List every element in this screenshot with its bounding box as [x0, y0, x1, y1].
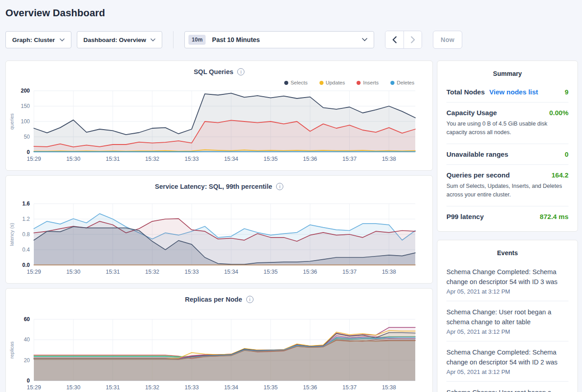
events-title: Events — [446, 247, 568, 261]
svg-text:replicas: replicas — [9, 341, 14, 359]
summary-row-total-nodes: Total Nodes View nodes list 9 — [446, 82, 568, 102]
event-message[interactable]: Schema Change: User root began a schema … — [446, 307, 568, 327]
svg-text:15:30: 15:30 — [66, 269, 80, 275]
side-column: Summary Total Nodes View nodes list 9 Ca… — [437, 61, 579, 392]
events-panel: Events Schema Change Completed: Schema c… — [437, 240, 578, 392]
svg-text:15:35: 15:35 — [263, 156, 277, 162]
dashboard-body: SQL Queries SelectsUpdatesInsertsDeletes… — [5, 61, 579, 392]
chevron-left-icon — [392, 36, 397, 43]
svg-text:latency (s): latency (s) — [9, 223, 14, 246]
unavailable-ranges-value: 0 — [565, 150, 568, 158]
chevron-down-icon — [150, 38, 155, 42]
info-icon[interactable] — [237, 68, 244, 75]
svg-text:15:35: 15:35 — [263, 384, 277, 391]
svg-text:15:33: 15:33 — [185, 384, 199, 391]
legend-dot — [319, 81, 324, 85]
svg-text:0: 0 — [27, 378, 30, 384]
time-forward-button[interactable] — [404, 31, 422, 48]
summary-panel: Summary Total Nodes View nodes list 9 Ca… — [437, 61, 578, 232]
svg-text:0.8: 0.8 — [22, 231, 30, 238]
svg-text:15:32: 15:32 — [145, 384, 159, 391]
unavailable-ranges-label: Unavailable ranges — [446, 150, 508, 158]
event-message[interactable]: Schema Change Completed: Schema change o… — [446, 267, 568, 287]
view-nodes-list-link[interactable]: View nodes list — [489, 88, 538, 96]
total-nodes-label: Total Nodes — [446, 88, 485, 96]
svg-text:15:36: 15:36 — [303, 156, 317, 162]
now-button[interactable]: Now — [433, 31, 462, 49]
svg-text:15:31: 15:31 — [106, 269, 120, 275]
chevron-down-icon — [362, 38, 367, 42]
legend-dot — [390, 81, 394, 85]
svg-text:15:34: 15:34 — [224, 269, 238, 275]
legend-item-inserts[interactable]: Inserts — [357, 79, 379, 86]
svg-text:15:29: 15:29 — [27, 384, 41, 391]
svg-text:60: 60 — [24, 316, 30, 322]
qps-label: Queries per second — [446, 171, 510, 179]
info-icon[interactable] — [276, 183, 283, 190]
charts-column: SQL Queries SelectsUpdatesInsertsDeletes… — [5, 61, 433, 392]
svg-text:0: 0 — [27, 149, 30, 155]
svg-text:200: 200 — [21, 88, 30, 94]
event-item: Schema Change: User root began a schema … — [446, 381, 568, 392]
legend-label: Updates — [326, 80, 345, 85]
event-item: Schema Change Completed: Schema change o… — [446, 261, 568, 301]
event-item: Schema Change: User root began a schema … — [446, 301, 568, 341]
graph-scope-dropdown[interactable]: Graph: Cluster — [5, 31, 71, 48]
event-timestamp: Apr 05, 2021 at 3:12 PM — [446, 288, 568, 295]
svg-text:15:36: 15:36 — [303, 269, 317, 275]
svg-text:0.0: 0.0 — [22, 262, 30, 268]
legend-item-selects[interactable]: Selects — [284, 79, 308, 86]
replicas-per-node-chart[interactable]: 15:2915:3015:3115:3215:3315:3415:3515:36… — [6, 315, 433, 392]
qps-description: Sum of Selects, Updates, Inserts, and De… — [446, 182, 568, 200]
summary-title: Summary — [446, 67, 568, 82]
legend-dot — [357, 81, 361, 85]
event-message[interactable]: Schema Change: User root began a schema … — [446, 387, 568, 392]
sql-queries-chart[interactable]: 15:2915:3015:3115:3215:3315:3415:3515:36… — [6, 86, 433, 166]
svg-text:15:31: 15:31 — [106, 156, 120, 162]
time-range-label: Past 10 Minutes — [212, 36, 362, 43]
summary-row-qps: Queries per second 164.2 Sum of Selects,… — [446, 164, 568, 206]
qps-value: 164.2 — [551, 171, 568, 179]
svg-text:1.2: 1.2 — [22, 216, 30, 222]
event-item: Schema Change Completed: Schema change o… — [446, 341, 568, 381]
chart-title: Service Latency: SQL, 99th percentile — [155, 183, 272, 190]
legend-item-updates[interactable]: Updates — [319, 79, 345, 86]
event-timestamp: Apr 05, 2021 at 3:12 PM — [446, 328, 568, 335]
service-latency-panel: Service Latency: SQL, 99th percentile 15… — [5, 175, 433, 284]
svg-text:15:33: 15:33 — [185, 156, 199, 162]
summary-row-p99: P99 latency 872.4 ms — [446, 206, 568, 227]
summary-row-unavailable-ranges: Unavailable ranges 0 — [446, 144, 568, 164]
time-back-button[interactable] — [385, 31, 404, 48]
legend-item-deletes[interactable]: Deletes — [390, 79, 414, 86]
svg-text:15:29: 15:29 — [27, 269, 41, 275]
page-title: Overview Dashboard — [5, 7, 579, 19]
svg-text:15:31: 15:31 — [106, 384, 120, 391]
svg-text:15:36: 15:36 — [303, 384, 317, 391]
p99-latency-label: P99 latency — [446, 213, 484, 220]
time-range-dropdown[interactable]: 10m Past 10 Minutes — [184, 31, 374, 48]
svg-text:15:38: 15:38 — [382, 384, 396, 391]
event-timestamp: Apr 05, 2021 at 3:12 PM — [446, 369, 568, 375]
chart-title: Replicas per Node — [185, 296, 242, 303]
dashboard-dropdown[interactable]: Dashboard: Overview — [77, 31, 163, 48]
chart-title: SQL Queries — [194, 68, 234, 75]
svg-text:40: 40 — [24, 336, 30, 343]
replicas-per-node-panel: Replicas per Node 15:2915:3015:3115:3215… — [5, 288, 433, 392]
service-latency-chart[interactable]: 15:2915:3015:3115:3215:3315:3415:3515:36… — [6, 199, 433, 279]
time-preset-badge: 10m — [188, 35, 206, 45]
overview-dashboard-page: Overview Dashboard Graph: Cluster Dashbo… — [0, 0, 582, 392]
svg-text:15:35: 15:35 — [263, 269, 277, 275]
svg-text:15:32: 15:32 — [145, 269, 159, 275]
info-icon[interactable] — [246, 296, 253, 303]
event-message[interactable]: Schema Change Completed: Schema change o… — [446, 347, 568, 367]
controls-divider — [173, 31, 174, 48]
svg-text:15:30: 15:30 — [66, 156, 80, 162]
time-step-buttons — [385, 31, 422, 49]
legend-label: Deletes — [397, 80, 414, 85]
svg-text:15:37: 15:37 — [343, 269, 357, 275]
svg-text:15:34: 15:34 — [224, 384, 238, 391]
p99-latency-value: 872.4 ms — [540, 213, 568, 220]
capacity-usage-label: Capacity Usage — [446, 109, 497, 117]
legend-label: Selects — [291, 80, 308, 85]
graph-scope-label: Graph: Cluster — [12, 37, 55, 43]
